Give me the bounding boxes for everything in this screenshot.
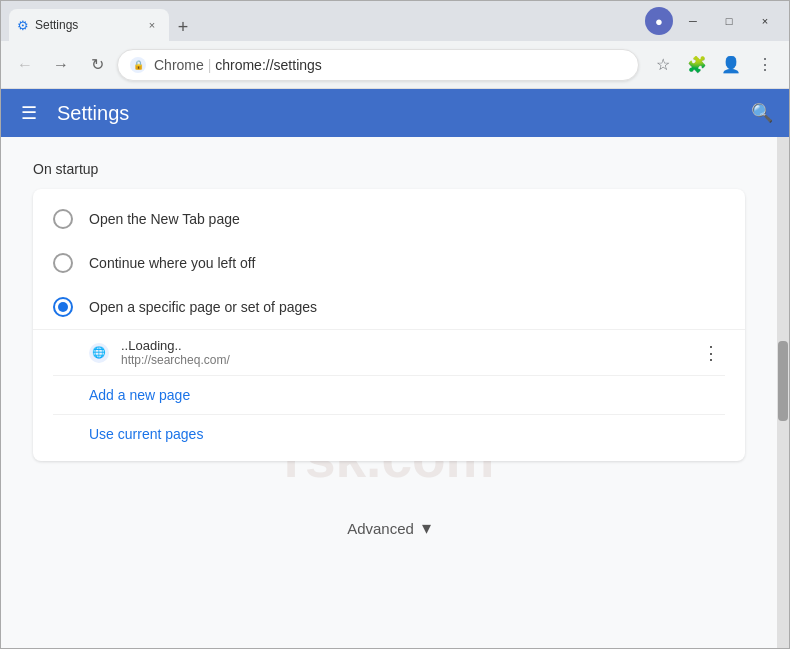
extensions-button[interactable]: 🧩 xyxy=(681,49,713,81)
add-page-action: Add a new page xyxy=(33,376,745,414)
address-secure-icon: 🔒 xyxy=(130,57,146,73)
tab-area: ⚙ Settings × + xyxy=(9,1,639,41)
page-more-button[interactable]: ⋮ xyxy=(697,339,725,367)
forward-button[interactable]: → xyxy=(45,49,77,81)
radio-continue-label: Continue where you left off xyxy=(89,255,255,271)
new-tab-button[interactable]: + xyxy=(169,13,197,41)
close-button[interactable]: × xyxy=(749,10,781,32)
page-url: http://searcheq.com/ xyxy=(121,353,697,367)
radio-specific-label: Open a specific page or set of pages xyxy=(89,299,317,315)
bookmark-button[interactable]: ☆ xyxy=(647,49,679,81)
address-text: Chrome | chrome://settings xyxy=(154,57,626,73)
use-current-action: Use current pages xyxy=(33,415,745,453)
window-controls: ● ─ □ × xyxy=(645,7,781,35)
advanced-section: Advanced ▾ xyxy=(33,493,745,563)
maximize-button[interactable]: □ xyxy=(713,10,745,32)
radio-continue[interactable] xyxy=(53,253,73,273)
page-globe-icon: 🌐 xyxy=(89,343,109,363)
browser-window: ⚙ Settings × + ● ─ □ × ← → ↻ 🔒 Chrome | … xyxy=(0,0,790,649)
scrollbar-thumb[interactable] xyxy=(778,341,788,421)
scrollbar[interactable] xyxy=(777,137,789,648)
search-icon[interactable]: 🔍 xyxy=(751,102,773,124)
radio-new-tab[interactable] xyxy=(53,209,73,229)
content-area: PC rsk.com On startup Open the New Tab p… xyxy=(1,137,777,648)
tab-favicon: ⚙ xyxy=(17,18,29,33)
main-content: PC rsk.com On startup Open the New Tab p… xyxy=(1,137,789,648)
tab-close-button[interactable]: × xyxy=(143,16,161,34)
radio-option-continue[interactable]: Continue where you left off xyxy=(33,241,745,285)
hamburger-icon[interactable]: ☰ xyxy=(17,98,41,128)
advanced-label: Advanced xyxy=(347,520,414,537)
profile-dot[interactable]: ● xyxy=(645,7,673,35)
tab-title: Settings xyxy=(35,18,137,32)
back-button[interactable]: ← xyxy=(9,49,41,81)
startup-card: Open the New Tab page Continue where you… xyxy=(33,189,745,461)
profile-button[interactable]: 👤 xyxy=(715,49,747,81)
titlebar: ⚙ Settings × + ● ─ □ × xyxy=(1,1,789,41)
toolbar-icons: ☆ 🧩 👤 ⋮ xyxy=(647,49,781,81)
settings-header: ☰ Settings 🔍 xyxy=(1,89,789,137)
active-tab[interactable]: ⚙ Settings × xyxy=(9,9,169,41)
radio-specific[interactable] xyxy=(53,297,73,317)
radio-option-new-tab[interactable]: Open the New Tab page xyxy=(33,197,745,241)
advanced-arrow-icon: ▾ xyxy=(422,517,431,539)
menu-button[interactable]: ⋮ xyxy=(749,49,781,81)
add-page-link[interactable]: Add a new page xyxy=(89,387,190,403)
page-entry: 🌐 ..Loading.. http://searcheq.com/ ⋮ xyxy=(33,329,745,375)
refresh-button[interactable]: ↻ xyxy=(81,49,113,81)
radio-new-tab-label: Open the New Tab page xyxy=(89,211,240,227)
settings-page-title: Settings xyxy=(57,102,735,125)
address-bar[interactable]: 🔒 Chrome | chrome://settings xyxy=(117,49,639,81)
page-info: ..Loading.. http://searcheq.com/ xyxy=(121,338,697,367)
page-name: ..Loading.. xyxy=(121,338,697,353)
minimize-button[interactable]: ─ xyxy=(677,10,709,32)
use-current-link[interactable]: Use current pages xyxy=(89,426,203,442)
navbar: ← → ↻ 🔒 Chrome | chrome://settings ☆ 🧩 👤… xyxy=(1,41,789,89)
startup-section: On startup Open the New Tab page Continu… xyxy=(33,161,745,563)
startup-section-title: On startup xyxy=(33,161,745,177)
advanced-button[interactable]: Advanced ▾ xyxy=(331,509,447,547)
radio-option-specific[interactable]: Open a specific page or set of pages xyxy=(33,285,745,329)
